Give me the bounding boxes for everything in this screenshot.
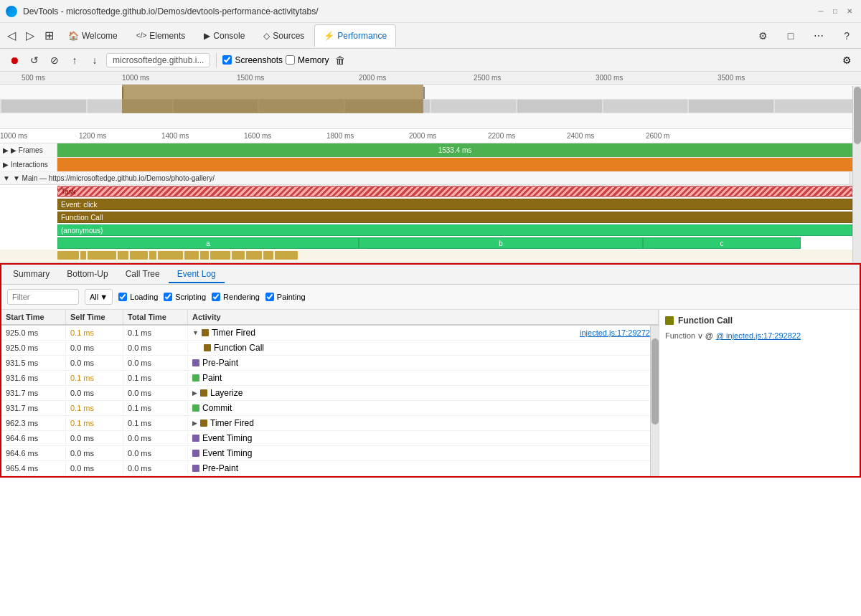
expand-arrow-7[interactable]: ▶ [192,420,197,427]
expand-arrow-1[interactable]: ▼ [192,329,199,336]
loading-checkbox-group[interactable]: Loading [118,293,158,301]
tab-more[interactable]: ⋯ [805,24,832,47]
right-panel-function-row: Function v @ @ injected.js:17:292822 [665,331,854,340]
activity-name-10: Pre-Paint [202,463,238,473]
timeline-wrapper: 500 ms 1000 ms 1500 ms 2000 ms 2500 ms 3… [0,72,861,263]
tab-elements[interactable]: </> Elements [128,24,194,47]
tab-call-tree[interactable]: Call Tree [117,266,169,283]
task-bar[interactable]: Task [57,186,852,197]
frames-track-label[interactable]: ▶ ▶ Frames [0,143,57,157]
tab-nav-forward[interactable]: ▷ [22,24,39,47]
tab-nav-menu[interactable]: ⊞ [40,24,58,47]
table-vscroll[interactable] [650,310,659,476]
memory-checkbox[interactable] [286,55,295,65]
frames-track-content: 1533.4 ms [57,143,852,157]
rendering-checkbox-group[interactable]: Rendering [212,293,260,301]
cell-self-4: 0.1 ms [66,371,123,384]
filter-input[interactable] [7,289,79,305]
tab-summary[interactable]: Summary [4,266,58,283]
activity-name-4: Paint [202,373,222,383]
tab-console[interactable]: ▶ Console [195,24,253,47]
cell-self-2: 0.0 ms [66,341,123,354]
anonymous-bar[interactable]: (anonymous) [57,224,852,236]
painting-checkbox[interactable] [265,293,274,301]
tab-sources[interactable]: ◇ Sources [255,24,313,47]
ruler-mark-1500: 1500 ms [237,74,264,82]
cell-total-7: 0.1 ms [123,417,188,430]
activity-color-1 [202,329,209,336]
tab-bottom-up[interactable]: Bottom-Up [58,266,116,283]
col-start-time[interactable]: Start Time [1,310,66,324]
event-click-bar[interactable]: Event: click [57,199,852,210]
right-panel-color-swatch [665,316,674,325]
loading-checkbox[interactable] [118,293,127,301]
maximize-button[interactable]: □ [829,6,841,17]
rendering-checkbox[interactable] [212,293,220,301]
main-mark-2400: 2400 ms [567,132,594,140]
tab-performance[interactable]: ⚡ Performance [314,24,396,47]
timeline-vscroll[interactable] [852,86,861,262]
interactions-track-label[interactable]: ▶ Interactions [0,158,57,171]
scripting-checkbox-group[interactable]: Scripting [164,293,206,301]
a-label: a [206,240,210,247]
tab-event-log[interactable]: Event Log [169,266,225,283]
right-panel-function-v: v [698,331,702,340]
tab-settings[interactable]: ⚙ [750,24,776,47]
right-panel-link[interactable]: @ injected.js:17:292822 [716,331,801,340]
screenshots-checkbox[interactable] [222,55,232,65]
window-controls: ─ □ ✕ [815,6,855,17]
function-call-bar[interactable]: Function Call [57,212,852,223]
frames-track: ▶ ▶ Frames 1533.4 ms [0,143,861,158]
filter-all-dropdown[interactable]: All ▼ [85,289,113,305]
tab-help[interactable]: ? [835,24,858,47]
cell-total-4: 0.1 ms [123,371,188,384]
delete-button[interactable]: 🗑 [331,52,349,69]
table-vscroll-thumb[interactable] [651,338,659,425]
activity-link-1[interactable]: injected.js:17:292723 [580,328,654,337]
table-row: 931.7 ms 0.1 ms 0.1 ms Commit [1,401,659,416]
clear-button[interactable]: ⊘ [46,52,63,69]
record-button[interactable]: ⏺ [6,52,23,69]
filter-dropdown-arrow: ▼ [100,293,108,301]
b-bar[interactable]: b [359,237,643,249]
tab-dock[interactable]: □ [779,24,802,47]
right-panel-title-text: Function Call [678,316,733,326]
a-bar[interactable]: a [57,237,359,249]
cell-start-2: 925.0 ms [1,341,66,354]
close-button[interactable]: ✕ [844,6,855,17]
url-display: microsoftedge.github.i... [106,53,210,67]
col-activity[interactable]: Activity [188,310,659,324]
cell-activity-3: Pre-Paint [188,356,659,370]
filter-all-label: All [90,293,98,301]
task-label: Task [61,188,76,196]
main-mark-1400: 1400 ms [161,132,189,140]
scripting-checkbox[interactable] [164,293,172,301]
screenshots-checkbox-group[interactable]: Screenshots [222,55,283,65]
rendering-label: Rendering [223,293,260,301]
minimize-button[interactable]: ─ [815,6,827,17]
reload-record-button[interactable]: ↺ [26,52,43,69]
col-total-time[interactable]: Total Time [123,310,188,324]
tab-nav-back[interactable]: ◁ [3,24,20,47]
tab-welcome[interactable]: 🏠 Welcome [60,24,126,47]
painting-checkbox-group[interactable]: Painting [265,293,306,301]
main-thread-collapse-icon[interactable]: ▼ [3,174,10,182]
c-bar[interactable]: c [643,237,801,249]
memory-checkbox-group[interactable]: Memory [286,55,329,65]
table-row: 964.6 ms 0.0 ms 0.0 ms Event Timing [1,431,659,446]
anonymous-label: (anonymous) [61,227,103,234]
timeline-vscroll-thumb[interactable] [854,87,861,144]
download-button[interactable]: ↓ [86,52,103,69]
loading-label: Loading [130,293,158,301]
settings-gear-icon[interactable]: ⚙ [838,52,855,69]
expand-arrow-5[interactable]: ▶ [192,389,197,397]
table-row: 931.6 ms 0.1 ms 0.1 ms Paint [1,371,659,386]
cell-activity-4: Paint [188,371,659,385]
upload-button[interactable]: ↑ [66,52,83,69]
col-self-time[interactable]: Self Time [66,310,123,324]
ruler-mark-2500: 2500 ms [474,74,501,82]
activity-color-8 [192,435,199,442]
devtools-toolbar: ⏺ ↺ ⊘ ↑ ↓ microsoftedge.github.i... Scre… [0,49,861,72]
cell-self-3: 0.0 ms [66,356,123,369]
frames-expand-icon: ▶ [3,146,9,154]
